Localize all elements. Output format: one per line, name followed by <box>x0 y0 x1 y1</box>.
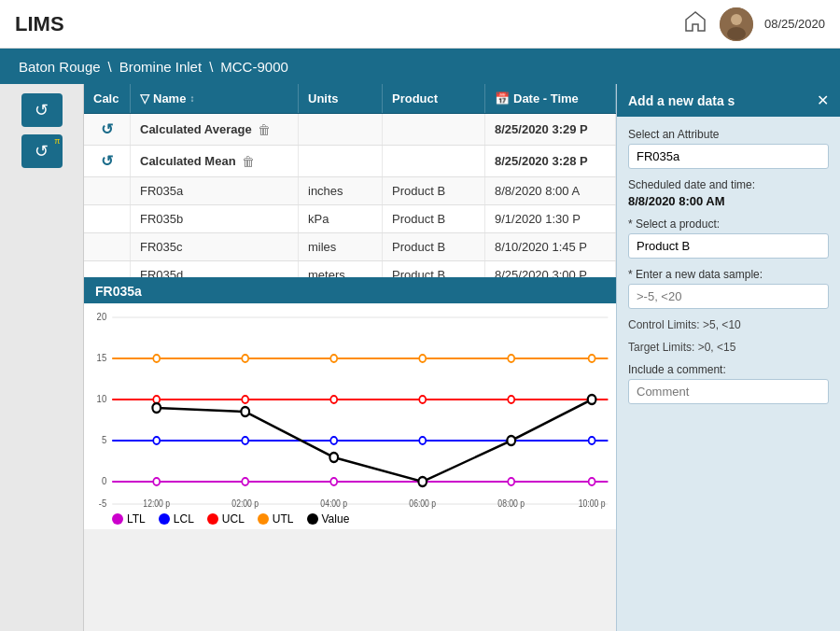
home-icon[interactable] <box>682 8 708 40</box>
refresh-icon[interactable]: ↺ <box>101 152 113 170</box>
col-datetime[interactable]: 📅 Date - Time <box>485 84 616 113</box>
svg-text:04:00 p: 04:00 p <box>320 498 347 509</box>
legend-ucl: UCL <box>207 512 245 526</box>
svg-text:08:00 p: 08:00 p <box>497 498 525 509</box>
row-units-4: miles <box>299 233 383 260</box>
value-dot <box>307 513 318 525</box>
right-panel-title: Add a new data s <box>628 93 735 108</box>
close-panel-btn[interactable]: ✕ <box>817 91 829 109</box>
row-units-5: meters <box>299 261 383 277</box>
breadcrumb-item-3[interactable]: MCC-9000 <box>220 59 288 75</box>
control-limits: Control Limits: >5, <10 <box>628 318 829 331</box>
chart-area: 20 15 10 5 0 -5 12:00 p 02:00 p <box>84 303 616 509</box>
delete-btn-0[interactable]: 🗑 <box>258 122 271 137</box>
value-label: Value <box>322 512 350 526</box>
table-row: FR035b kPa Product B 9/1/2020 1:30 P <box>84 205 616 233</box>
col-calc: Calc <box>84 84 131 113</box>
utl-label: UTL <box>273 512 294 526</box>
breadcrumb-item-1[interactable]: Baton Rouge <box>19 59 101 75</box>
data-section: Calc ▽ Name ↕ Units Product 📅 Date - Tim… <box>84 84 616 631</box>
table-row: ↺ Calculated Mean 🗑 8/25/2020 3:28 P <box>84 146 616 177</box>
svg-point-41 <box>589 437 595 444</box>
utl-dot <box>258 513 269 525</box>
svg-point-22 <box>153 355 160 362</box>
table-row: ↺ Calculated Average 🗑 8/25/2020 3:29 P <box>84 114 616 146</box>
sidebar-refresh-btn-2[interactable]: ↺ π <box>21 134 63 168</box>
svg-text:5: 5 <box>102 434 107 445</box>
svg-point-1 <box>731 14 742 25</box>
right-panel-header: Add a new data s ✕ <box>617 84 840 117</box>
calendar-icon: 📅 <box>495 91 510 105</box>
svg-text:06:00 p: 06:00 p <box>409 498 436 509</box>
sample-input[interactable] <box>628 284 829 309</box>
svg-point-32 <box>419 396 426 403</box>
attribute-field: Select an Attribute <box>628 128 829 169</box>
row-units-3: kPa <box>299 205 383 232</box>
table-header: Calc ▽ Name ↕ Units Product 📅 Date - Tim… <box>84 84 616 114</box>
breadcrumb-item-2[interactable]: Bromine Inlet <box>119 59 202 75</box>
svg-point-33 <box>508 396 514 403</box>
comment-input[interactable] <box>628 379 829 404</box>
svg-point-48 <box>589 478 595 485</box>
ltl-dot <box>112 513 123 525</box>
breadcrumb: Baton Rouge \ Bromine Inlet \ MCC-9000 <box>0 49 840 84</box>
svg-text:15: 15 <box>97 352 107 363</box>
breadcrumb-sep-2: \ <box>209 59 213 75</box>
table-row: FR035c miles Product B 8/10/2020 1:45 P <box>84 233 616 261</box>
svg-point-50 <box>241 407 249 416</box>
product-input[interactable] <box>628 233 829 259</box>
refresh-icon-1: ↺ <box>35 100 49 120</box>
row-product-3: Product B <box>383 205 485 232</box>
table-body: ↺ Calculated Average 🗑 8/25/2020 3:29 P … <box>84 114 616 277</box>
control-limits-text: Control Limits: >5, <10 <box>628 318 829 331</box>
row-units-2: inches <box>299 177 383 204</box>
product-label: * Select a product: <box>628 217 829 231</box>
top-header: LIMS 08/25/2020 <box>0 0 840 49</box>
sort-icon-name: ↕ <box>189 93 194 104</box>
row-name-1: Calculated Mean 🗑 <box>131 146 299 176</box>
row-calc-0[interactable]: ↺ <box>84 114 131 145</box>
legend-utl: UTL <box>258 512 294 526</box>
row-name-3: FR035b <box>131 205 299 232</box>
delete-btn-1[interactable]: 🗑 <box>242 154 255 169</box>
row-name-4: FR035c <box>131 233 299 260</box>
row-calc-5 <box>84 261 131 277</box>
ucl-dot <box>207 513 218 525</box>
header-right: 08/25/2020 <box>682 7 825 41</box>
avatar[interactable] <box>720 7 753 41</box>
row-calc-1[interactable]: ↺ <box>84 146 131 176</box>
filter-icon: ▽ <box>140 91 149 105</box>
svg-point-27 <box>589 355 595 362</box>
table-row: FR035a inches Product B 8/8/2020 8:00 A <box>84 177 616 205</box>
svg-point-45 <box>330 478 337 485</box>
svg-point-44 <box>242 478 248 485</box>
ltl-label: LTL <box>127 512 146 526</box>
attribute-input[interactable] <box>628 144 829 169</box>
svg-point-54 <box>588 395 596 404</box>
svg-point-26 <box>508 355 514 362</box>
refresh-icon[interactable]: ↺ <box>101 120 113 138</box>
scheduled-value: 8/8/2020 8:00 AM <box>628 194 829 208</box>
lcl-label: LCL <box>174 512 194 526</box>
svg-text:10:00 p: 10:00 p <box>579 498 606 509</box>
legend-value: Value <box>307 512 350 526</box>
row-datetime-4: 8/10/2020 1:45 P <box>485 233 616 260</box>
sidebar-refresh-btn-1[interactable]: ↺ <box>21 93 63 127</box>
col-name[interactable]: ▽ Name ↕ <box>131 84 299 113</box>
main-area: ↺ ↺ π Calc ▽ Name ↕ Units Product <box>0 84 840 631</box>
right-panel: Add a new data s ✕ Select an Attribute S… <box>616 84 840 631</box>
legend-ltl: LTL <box>112 512 146 526</box>
svg-text:12:00 p: 12:00 p <box>143 498 170 509</box>
svg-point-47 <box>508 478 514 485</box>
row-product-0 <box>383 114 485 145</box>
svg-text:10: 10 <box>97 393 107 404</box>
row-name-5: FR035d <box>131 261 299 277</box>
row-datetime-2: 8/8/2020 8:00 A <box>485 177 616 204</box>
left-sidebar: ↺ ↺ π <box>0 84 84 631</box>
row-product-5: Product B <box>383 261 485 277</box>
svg-point-30 <box>242 396 248 403</box>
row-product-1 <box>383 146 485 176</box>
row-calc-2 <box>84 177 131 204</box>
header-date: 08/25/2020 <box>764 17 825 31</box>
sample-field: * Enter a new data sample: <box>628 268 829 309</box>
